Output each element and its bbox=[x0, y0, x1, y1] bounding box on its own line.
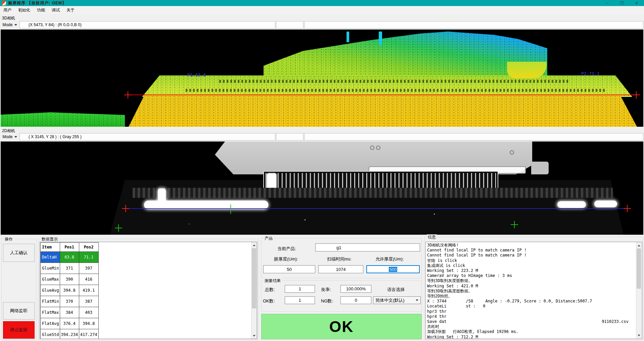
mode-box-spacer-2d bbox=[276, 133, 304, 140]
col-pos1: Pos1 bbox=[60, 243, 79, 252]
heightmap-cyan-drip bbox=[347, 32, 349, 42]
maximize-button[interactable]: ❐ bbox=[614, 0, 629, 6]
film-thickness-input[interactable]: 50 bbox=[263, 265, 315, 273]
mode-label: Mode bbox=[2, 22, 12, 27]
table-row[interactable]: GlueMin 371 397 bbox=[41, 263, 99, 274]
crosshair-left-3d bbox=[124, 91, 132, 99]
ok-count-input[interactable]: 1 bbox=[285, 296, 315, 304]
mode-label: Mode bbox=[2, 134, 12, 139]
menu-function[interactable]: 功能 bbox=[34, 6, 48, 14]
table-row[interactable]: FlatMax 384 403 bbox=[41, 307, 99, 318]
stop-listen-button[interactable]: 停止监听 bbox=[3, 321, 35, 339]
chevron-down-icon bbox=[14, 136, 17, 138]
scroll-down-icon[interactable] bbox=[636, 333, 641, 338]
mode-dropdown-2d[interactable]: Mode bbox=[1, 133, 19, 140]
mode-box-rest-3d bbox=[304, 21, 643, 29]
operations-group: 操作 人工确认 网络监听 停止监听 bbox=[1, 239, 36, 340]
table-row[interactable]: FlatMin 370 387 bbox=[41, 296, 99, 307]
mode-dropdown-3d[interactable]: Mode bbox=[1, 21, 19, 29]
app: { "window": { "title": "测厚程序 【当前用户: OEM】… bbox=[0, 0, 644, 341]
current-product-input[interactable]: g1 bbox=[315, 243, 420, 251]
speck bbox=[434, 214, 435, 215]
ok-count-label: OK数: bbox=[263, 298, 275, 304]
glue-blob-right2 bbox=[594, 201, 617, 207]
menu-about[interactable]: 关于 bbox=[63, 6, 78, 14]
glue-blob-right1 bbox=[557, 201, 586, 208]
heightmap-mid-band bbox=[142, 75, 632, 97]
current-product-label: 当前产品: bbox=[277, 246, 296, 252]
product-label: 产品 bbox=[264, 236, 274, 241]
green-cross-right bbox=[511, 221, 518, 228]
table-header-row: Item Pos1 Pos2 bbox=[41, 243, 99, 252]
grayscale-2d-canvas[interactable] bbox=[1, 141, 643, 235]
heightmap-left-green-strip bbox=[1, 112, 125, 127]
table-scrollbar[interactable] bbox=[251, 242, 257, 339]
scan-time-input[interactable]: 1074 bbox=[318, 265, 363, 273]
menu-init[interactable]: 初始化 bbox=[15, 6, 34, 14]
film-thickness-label: 膜厚度(Um): bbox=[274, 256, 298, 262]
table-row[interactable]: GlueAvg 394.8 419.1 bbox=[41, 285, 99, 296]
crosshair-right-2d bbox=[624, 205, 631, 212]
scroll-thumb[interactable] bbox=[637, 248, 641, 289]
scroll-down-icon[interactable] bbox=[251, 333, 257, 338]
language-select-label: 语言选择 bbox=[387, 287, 405, 293]
manual-confirm-button[interactable]: 人工确认 bbox=[3, 244, 35, 262]
crosshair-right-3d bbox=[633, 91, 640, 99]
mode-box-rest-2d bbox=[304, 133, 643, 140]
table-row[interactable]: DeltaH 63.8 71.1 bbox=[41, 252, 99, 263]
info-label: 信息 bbox=[427, 234, 437, 240]
data-display-label: 数据显示 bbox=[41, 236, 59, 242]
scroll-thumb[interactable] bbox=[252, 248, 256, 308]
speck bbox=[189, 224, 189, 224]
menu-bar: 用户 初始化 功能 调试 关于 bbox=[0, 6, 644, 14]
green-tick bbox=[230, 205, 231, 214]
menu-debug[interactable]: 调试 bbox=[48, 6, 63, 14]
info-group: 信息 3D相机没有网络! Cannot find local IP to mat… bbox=[424, 237, 643, 340]
table-row[interactable]: GlueMax 390 416 bbox=[41, 274, 99, 285]
measurement-table: Item Pos1 Pos2 DeltaH 63.8 71.1 GlueMin … bbox=[40, 242, 99, 339]
status-text: OK bbox=[329, 318, 354, 336]
results-label: 测量结果 bbox=[264, 278, 282, 284]
allow-thickness-input[interactable]: 500 bbox=[366, 265, 420, 273]
menu-user[interactable]: 用户 bbox=[0, 6, 15, 14]
pcb-ring-mark bbox=[510, 150, 514, 155]
data-display-panel: Item Pos1 Pos2 DeltaH 63.8 71.1 GlueMin … bbox=[40, 242, 257, 339]
ng-count-input[interactable]: 0 bbox=[340, 296, 371, 304]
chevron-down-icon bbox=[416, 299, 418, 301]
heightmap-3d-canvas[interactable]: P1:63.8 P2:71.1 bbox=[1, 30, 643, 127]
yield-input[interactable]: 100.000% bbox=[340, 285, 371, 293]
coords-text-3d: (X 5473, Y 84) : (R 0,G 0,B 0) bbox=[29, 22, 82, 27]
pcb-ring-mark bbox=[376, 146, 380, 150]
total-input[interactable]: 1 bbox=[285, 285, 315, 293]
close-button[interactable]: ✕ bbox=[629, 0, 644, 6]
table-row[interactable]: GlueStd 394.234 417.274 bbox=[41, 329, 99, 339]
p2-measure-label: P2:71.1 bbox=[581, 71, 600, 76]
data-display-group: 数据显示 Item Pos1 Pos2 DeltaH 63.8 71.1 Glu… bbox=[38, 239, 259, 340]
ng-count-label: NG数: bbox=[321, 298, 333, 304]
scan-time-label: 扫描时间ms: bbox=[327, 256, 352, 262]
network-listen-button[interactable]: 网络监听 bbox=[3, 302, 35, 320]
pcb-side-tab bbox=[531, 162, 549, 174]
operations-label: 操作 bbox=[4, 236, 14, 242]
base-pad-row bbox=[133, 188, 613, 198]
log-scrollbar[interactable] bbox=[636, 242, 642, 338]
scroll-up-icon[interactable] bbox=[636, 243, 641, 248]
yield-label: 良率: bbox=[321, 287, 331, 293]
pixel-readout-3d: (X 5473, Y 84) : (R 0,G 0,B 0) bbox=[19, 21, 275, 29]
mode-bar-2d: Mode ( X 3145, Y 28 ) : ( Gray 255 ) bbox=[1, 133, 643, 141]
pcb-ring-mark bbox=[370, 146, 374, 150]
p1-measure-label: P1:63.8 bbox=[187, 72, 206, 77]
language-combobox[interactable]: 简体中文(默认) bbox=[373, 296, 421, 304]
table-row[interactable]: FlatAvg 376.4 394.8 bbox=[41, 318, 99, 329]
coords-text-2d: ( X 3145, Y 28 ) : ( Gray 255 ) bbox=[29, 134, 82, 139]
mode-box-spacer-3d bbox=[276, 21, 304, 29]
heightmap-upper-band bbox=[263, 30, 548, 77]
scroll-up-icon[interactable] bbox=[251, 242, 257, 248]
app-icon bbox=[2, 1, 6, 5]
log-textbox[interactable]: 3D相机没有网络! Cannot find local IP to match … bbox=[425, 242, 642, 339]
heightmap-hook-shape bbox=[507, 62, 547, 78]
measure-line-2d bbox=[127, 208, 628, 209]
window-title: 测厚程序 【当前用户: OEM】 bbox=[8, 0, 66, 6]
chevron-down-icon bbox=[14, 24, 17, 26]
minimize-button[interactable]: ─ bbox=[600, 0, 614, 6]
